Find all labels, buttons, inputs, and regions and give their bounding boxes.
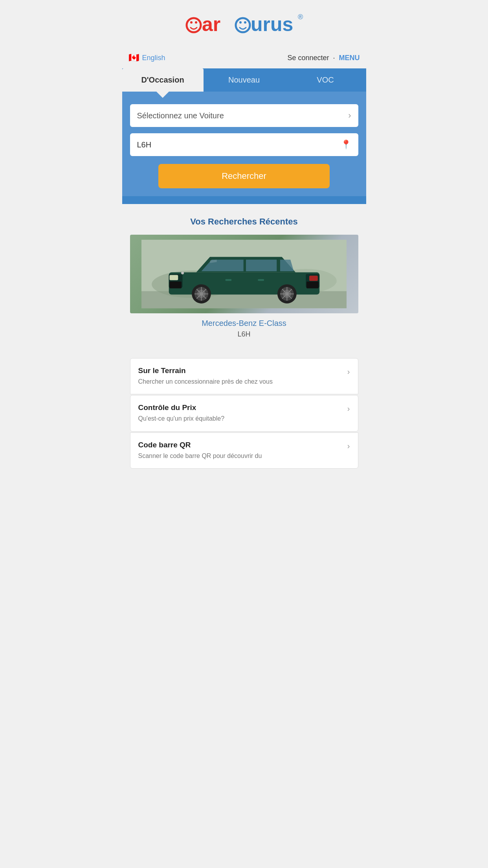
svg-point-5: [239, 21, 242, 24]
header: ar urus ®: [122, 0, 366, 41]
info-card-qr[interactable]: Code barre QR Scanner le code barre QR p…: [130, 432, 358, 469]
search-button[interactable]: Rechercher: [158, 164, 330, 188]
car-image-placeholder: [130, 235, 358, 313]
search-form: Sélectionnez une Voiture › 📍 Rechercher: [122, 92, 366, 196]
info-card-terrain-desc: Chercher un concessionnaire près de chez…: [138, 377, 343, 386]
svg-rect-13: [169, 272, 319, 295]
info-card-prix-title: Contrôle du Prix: [138, 403, 343, 412]
menu-button[interactable]: MENU: [339, 54, 360, 62]
info-card-terrain-title: Sur le Terrain: [138, 366, 343, 375]
info-card-qr-content: Code barre QR Scanner le code barre QR p…: [138, 441, 343, 460]
svg-rect-18: [169, 275, 178, 280]
car-selector-chevron-icon: ›: [348, 110, 351, 121]
nav-left: 🇨🇦 English: [128, 53, 165, 63]
recent-car-location: L6H: [130, 330, 358, 338]
svg-rect-21: [309, 276, 318, 281]
svg-point-6: [244, 21, 246, 24]
info-card-qr-desc: Scanner le code barre QR pour découvrir …: [138, 452, 343, 460]
info-card-terrain-content: Sur le Terrain Chercher un concessionnai…: [138, 366, 343, 386]
info-card-prix-content: Contrôle du Prix Qu'est-ce qu'un prix éq…: [138, 403, 343, 423]
tab-voc[interactable]: VOC: [285, 68, 366, 92]
recent-car-image[interactable]: [130, 235, 358, 313]
info-card-prix[interactable]: Contrôle du Prix Qu'est-ce qu'un prix éq…: [130, 395, 358, 431]
location-pin-icon: 📍: [341, 140, 351, 150]
nav-right: Se connecter · MENU: [287, 54, 360, 62]
svg-point-23: [181, 272, 184, 274]
svg-text:®: ®: [298, 13, 303, 21]
info-card-prix-desc: Qu'est-ce qu'un prix équitable?: [138, 414, 343, 423]
car-illustration: [141, 239, 347, 309]
svg-rect-14: [246, 259, 276, 271]
svg-rect-16: [277, 259, 280, 271]
car-selector[interactable]: Sélectionnez une Voiture ›: [130, 104, 358, 127]
svg-rect-40: [225, 279, 231, 281]
svg-text:ar: ar: [202, 13, 220, 35]
location-input[interactable]: [137, 140, 341, 149]
recent-searches-title: Vos Recherches Récentes: [130, 217, 358, 227]
tab-occasion[interactable]: D'Occasion: [122, 68, 204, 92]
svg-rect-22: [306, 281, 319, 288]
car-selector-label: Sélectionnez une Voiture: [137, 111, 349, 120]
recent-searches-section: Vos Recherches Récentes: [122, 204, 366, 358]
location-group: 📍: [130, 133, 358, 156]
search-section: D'Occasion Nouveau VOC Sélectionnez une …: [122, 68, 366, 204]
svg-point-2: [195, 21, 197, 24]
logo-container: ar urus ®: [128, 9, 360, 41]
svg-point-4: [236, 18, 250, 32]
svg-point-1: [190, 21, 193, 24]
nav-bar: 🇨🇦 English Se connecter · MENU: [122, 49, 366, 68]
info-card-qr-chevron-icon: ›: [343, 441, 350, 451]
svg-rect-19: [169, 281, 182, 288]
svg-text:urus: urus: [251, 13, 293, 35]
svg-point-0: [187, 18, 201, 32]
info-card-terrain-chevron-icon: ›: [343, 366, 350, 376]
flag-icon: 🇨🇦: [128, 53, 139, 63]
info-card-terrain[interactable]: Sur le Terrain Chercher un concessionnai…: [130, 358, 358, 394]
svg-rect-41: [258, 279, 264, 281]
nav-separator: ·: [333, 54, 335, 62]
info-cards-section: Sur le Terrain Chercher un concessionnai…: [122, 358, 366, 477]
cargurus-logo: ar urus ®: [185, 9, 303, 41]
info-card-qr-title: Code barre QR: [138, 441, 343, 449]
search-tabs: D'Occasion Nouveau VOC: [122, 68, 366, 92]
info-card-prix-chevron-icon: ›: [343, 403, 350, 413]
svg-rect-15: [243, 259, 246, 271]
tab-nouveau[interactable]: Nouveau: [204, 68, 285, 92]
sign-in-link[interactable]: Se connecter: [287, 54, 329, 62]
language-selector[interactable]: English: [142, 54, 165, 62]
recent-car-name[interactable]: Mercedes-Benz E-Class: [130, 319, 358, 328]
